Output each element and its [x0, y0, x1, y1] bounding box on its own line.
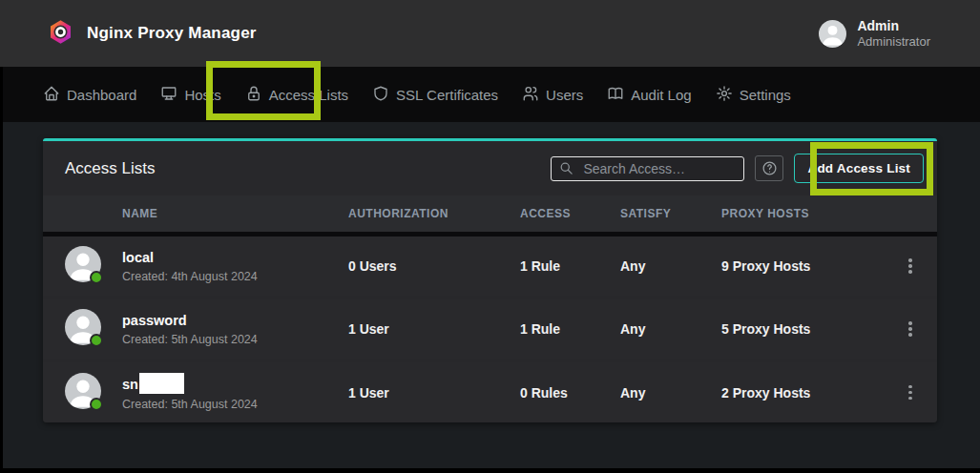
app-title: Nginx Proxy Manager [87, 24, 257, 43]
authorization-value: 0 Users [348, 258, 520, 274]
access-lists-panel: Access Lists Add Access List NAME AUTHOR… [43, 138, 937, 422]
satisfy-value: Any [620, 385, 721, 401]
nav-item-ssl-certificates[interactable]: SSL Certificates [372, 85, 498, 105]
kebab-icon [908, 321, 912, 325]
home-icon [43, 85, 60, 105]
user-name: Admin [857, 18, 930, 34]
gear-icon [716, 85, 733, 105]
page-content: Access Lists Add Access List NAME AUTHOR… [0, 122, 980, 422]
nav-item-label: Access Lists [269, 87, 348, 103]
column-header-satisfy: SATISFY [620, 207, 721, 220]
name-cell: sn Created: 5th August 2024 [122, 373, 348, 412]
panel-controls: Add Access List [551, 154, 924, 183]
satisfy-value: Any [620, 258, 721, 274]
brand: Nginx Proxy Manager [48, 19, 257, 49]
user-text: Admin Administrator [857, 18, 930, 50]
access-value: 1 Rule [520, 321, 620, 337]
table-row[interactable]: local Created: 4th August 2024 0 Users 1… [43, 236, 937, 296]
nav-item-label: Audit Log [631, 87, 691, 103]
search-box [551, 156, 744, 181]
column-header-access: ACCESS [520, 207, 620, 220]
column-header-authorization: AUTHORIZATION [348, 207, 520, 220]
redaction-box [139, 373, 184, 394]
shield-icon [372, 85, 389, 105]
nav-item-access-lists[interactable]: Access Lists [245, 85, 348, 105]
nav-item-label: Settings [740, 87, 791, 103]
name-cell: local Created: 4th August 2024 [122, 249, 348, 284]
proxy-hosts-value: 9 Proxy Hosts [721, 258, 884, 274]
page-title: Access Lists [65, 159, 551, 178]
row-actions-menu[interactable] [884, 362, 937, 422]
table-row[interactable]: password Created: 5th August 2024 1 User… [43, 299, 937, 359]
row-avatar [65, 309, 101, 345]
nav-item-audit-log[interactable]: Audit Log [607, 85, 691, 105]
add-access-list-button[interactable]: Add Access List [794, 154, 924, 183]
avatar-cell [65, 309, 122, 349]
nav-item-label: Users [546, 87, 583, 103]
status-online-dot [90, 271, 103, 284]
nav-item-dashboard[interactable]: Dashboard [43, 85, 136, 105]
help-button[interactable] [755, 155, 783, 181]
monitor-icon [160, 85, 177, 105]
app-logo-icon [48, 19, 73, 49]
nav-item-label: Hosts [184, 87, 220, 103]
user-menu[interactable]: Admin Administrator [819, 18, 930, 50]
column-header-name: NAME [122, 207, 348, 220]
book-icon [607, 85, 624, 105]
row-avatar [65, 373, 101, 409]
table-row[interactable]: sn Created: 5th August 2024 1 User 0 Rul… [43, 362, 937, 422]
panel-header: Access Lists Add Access List [43, 141, 937, 195]
access-value: 1 Rule [520, 258, 620, 274]
satisfy-value: Any [620, 321, 721, 337]
kebab-icon [908, 258, 912, 262]
access-list-created: Created: 5th August 2024 [122, 397, 348, 412]
access-list-name: password [122, 312, 348, 329]
avatar-cell [65, 246, 122, 286]
access-list-created: Created: 5th August 2024 [122, 332, 348, 347]
access-list-created: Created: 4th August 2024 [122, 269, 348, 284]
row-avatar [65, 246, 101, 282]
top-bar: Nginx Proxy Manager Admin Administrator [0, 0, 980, 67]
table-body: local Created: 4th August 2024 0 Users 1… [43, 236, 937, 422]
nav-item-users[interactable]: Users [522, 85, 583, 105]
row-actions-menu[interactable] [884, 299, 937, 359]
access-list-name: local [122, 249, 348, 266]
kebab-icon [908, 385, 912, 389]
window-left-edge [0, 67, 3, 468]
nav-item-label: Dashboard [67, 87, 136, 103]
user-avatar [819, 20, 846, 48]
user-role: Administrator [857, 34, 930, 50]
help-icon [761, 160, 778, 176]
access-value: 0 Rules [520, 385, 620, 401]
row-actions-menu[interactable] [884, 236, 937, 296]
status-online-dot [90, 334, 103, 347]
proxy-hosts-value: 2 Proxy Hosts [721, 385, 884, 401]
status-online-dot [90, 398, 103, 411]
avatar-cell [65, 373, 122, 413]
nav-item-hosts[interactable]: Hosts [160, 85, 220, 105]
users-icon [522, 85, 539, 105]
lock-icon [245, 85, 262, 105]
table-header: NAME AUTHORIZATION ACCESS SATISFY PROXY … [43, 195, 937, 232]
proxy-hosts-value: 5 Proxy Hosts [721, 321, 884, 337]
search-input[interactable] [573, 161, 736, 176]
nav-item-label: SSL Certificates [396, 87, 498, 103]
main-nav: Dashboard Hosts Access Lists SSL Certifi… [0, 67, 980, 122]
nav-item-settings[interactable]: Settings [716, 85, 791, 105]
search-icon [559, 161, 573, 175]
window-bottom-edge [0, 468, 980, 473]
access-list-name: sn [122, 373, 348, 394]
name-cell: password Created: 5th August 2024 [122, 312, 348, 347]
column-header-proxy-hosts: PROXY HOSTS [721, 207, 884, 220]
authorization-value: 1 User [348, 385, 520, 401]
authorization-value: 1 User [348, 321, 520, 337]
